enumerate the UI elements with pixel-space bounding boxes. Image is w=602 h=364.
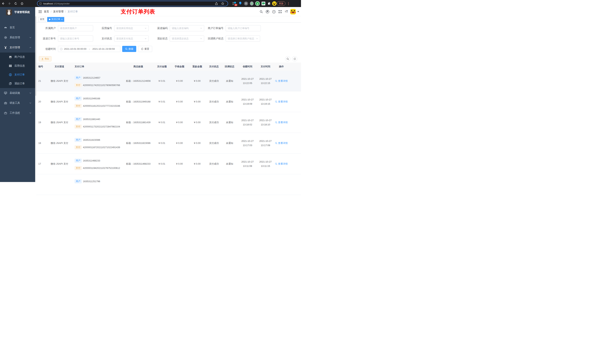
cell-amount — [153, 174, 171, 182]
browser-menu-icon[interactable] — [287, 1, 290, 6]
merchant-order-no: 1635311823086 — [83, 138, 100, 141]
channel-code-select[interactable]: 请输入渠道编码 — [170, 25, 204, 31]
table-row[interactable]: 21 微信 JSAPI 支付 商户1635312124657 支付4200001… — [36, 71, 301, 91]
extension-chat-icon[interactable] — [261, 1, 266, 6]
table-row[interactable]: 18 微信 JSAPI 支付 商户1635311823086 支付4200001… — [36, 133, 301, 154]
view-detail-link[interactable]: 查看详情 — [275, 142, 288, 145]
scrollbar-thumb[interactable] — [35, 16, 36, 96]
dashboard-icon — [4, 26, 7, 29]
app-logo[interactable]: 芋道管理系统 — [0, 7, 35, 17]
sidebar-item-infra[interactable]: 基础设施 — [0, 88, 35, 98]
home-icon[interactable] — [19, 1, 25, 6]
info-icon[interactable] — [39, 2, 42, 5]
font-size-icon[interactable]: TT — [284, 9, 289, 14]
cell-order: 商户1635311949168 支付4200001181202110277723… — [73, 91, 123, 112]
extension-balloon-icon[interactable] — [238, 1, 243, 6]
create-time-range-picker[interactable]: 2021-10-01 00:00:00 - 2021-10-31 23:59:5… — [58, 46, 120, 52]
cell-created: 2021-10-2713:18:02 — [237, 112, 258, 133]
search-icon[interactable] — [259, 9, 264, 14]
col-header: 退款金额 — [188, 65, 206, 68]
pay-tag: 支付 — [75, 145, 82, 149]
tab-pay-order[interactable]: 支付订单 × — [47, 17, 64, 22]
extension-command-icon[interactable]: ⌘ — [243, 1, 249, 6]
table-row[interactable]: 19 微信 JSAPI 支付 商户1635311881440 支付4200001… — [36, 112, 301, 133]
sidebar-item-pay[interactable]: 支付管理 — [0, 42, 35, 52]
main-scrollbar[interactable] — [35, 7, 36, 182]
table-row[interactable]: 20 微信 JSAPI 支付 商户1635311949168 支付4200001… — [36, 91, 301, 112]
yen-circle-icon — [9, 73, 12, 76]
merchant-input[interactable] — [58, 25, 93, 31]
cell-channel — [46, 174, 73, 182]
sidebar-item-merchant-info[interactable]: 商户信息 — [0, 52, 35, 62]
notify-status-select[interactable]: 请选择订单回调商户状态 — [226, 35, 260, 42]
sidebar-item-refund-order[interactable]: 退款订单 — [0, 79, 35, 88]
pay-status-select[interactable]: 请选择支付状态 — [114, 35, 149, 42]
reload-icon[interactable] — [13, 1, 19, 6]
sidebar-item-home[interactable]: 首页 — [0, 22, 35, 32]
sidebar-item-app-info[interactable]: 应用信息 — [0, 62, 35, 70]
extension-vue-devtools-icon[interactable]: y — [255, 1, 260, 6]
table-row-partial[interactable]: 商户1635311251796 — [36, 174, 301, 182]
merchant-order-no-input[interactable] — [226, 25, 261, 31]
extension-clipboard-icon[interactable]: 10 — [232, 1, 237, 6]
refresh-table-icon[interactable] — [292, 56, 297, 62]
address-bar[interactable]: localhost:1024/pay/order — [37, 1, 228, 6]
cell-channel: 微信 JSAPI 支付 — [46, 133, 73, 153]
view-detail-link[interactable]: 查看详情 — [275, 79, 288, 83]
search-button[interactable]: 搜索 — [122, 46, 136, 52]
sidebar-item-label: 退款订单 — [14, 82, 25, 85]
view-detail-link[interactable]: 查看详情 — [275, 162, 288, 166]
extensions-puzzle-icon[interactable] — [267, 1, 272, 6]
help-icon[interactable]: ? — [271, 9, 276, 14]
annotation-title: 支付订单列表 — [121, 8, 163, 16]
user-avatar[interactable] — [290, 9, 296, 14]
sidebar-item-pay-order[interactable]: 支付订单 — [0, 70, 35, 79]
avatar-caret-icon[interactable] — [297, 11, 299, 12]
sidebar-menu: 首页 系统管理 支付管理 商户信息 应用信息 — [0, 22, 35, 118]
refund-status-select[interactable]: 请选择退款状态 — [170, 35, 204, 42]
cell-created: 2021-10-2713:19:09 — [237, 91, 258, 112]
extension-record-icon[interactable] — [249, 1, 254, 6]
field-label: 商户订单编号 — [204, 27, 226, 30]
github-icon[interactable] — [265, 9, 270, 14]
browser-update-button[interactable]: 更新 — [277, 1, 285, 6]
col-header: 回调状态 — [222, 65, 237, 68]
breadcrumb-home[interactable]: 首页 — [44, 10, 49, 13]
tab-close-icon[interactable]: × — [61, 18, 63, 21]
cell-id: 17 — [36, 154, 46, 174]
sidebar-item-workflow[interactable]: 工作流程 — [0, 108, 35, 118]
bookmark-star-icon[interactable] — [220, 1, 226, 6]
breadcrumb: 首页 / 支付管理 / 支付订单 — [44, 10, 78, 13]
breadcrumb-separator: / — [65, 10, 66, 13]
fullscreen-icon[interactable] — [278, 9, 282, 14]
field-label: 渠道编码 — [149, 27, 170, 30]
channel-order-no-input[interactable] — [58, 35, 93, 42]
app-select[interactable]: 请选择应用信息 — [114, 25, 149, 31]
sidebar-collapse-icon[interactable] — [36, 7, 44, 16]
toggle-search-icon[interactable] — [285, 56, 290, 62]
shop-icon — [9, 55, 12, 58]
cell-id: 18 — [36, 133, 46, 153]
magnifier-icon — [275, 121, 277, 124]
cell-refund: ¥ 0.00 — [188, 71, 206, 91]
back-icon[interactable] — [0, 1, 6, 6]
export-button[interactable]: 导出 — [39, 56, 52, 62]
profile-avatar-icon[interactable] — [272, 1, 277, 6]
breadcrumb-pay[interactable]: 支付管理 — [53, 10, 64, 13]
share-icon[interactable] — [213, 1, 220, 6]
tab-home[interactable]: 首页 — [38, 17, 46, 22]
sidebar-item-devtools[interactable]: 研发工具 — [0, 98, 35, 108]
forward-icon[interactable] — [6, 1, 13, 6]
table-row[interactable]: 17 微信 JSAPI 支付 商户1635311468233 支付4200001… — [36, 154, 301, 174]
view-detail-link[interactable]: 查看详情 — [275, 121, 288, 124]
sidebar-item-label: 工作流程 — [10, 111, 29, 115]
merchant-tag: 商户 — [75, 76, 82, 80]
cell-channel: 微信 JSAPI 支付 — [46, 112, 73, 133]
cell-status: 支付成功 — [206, 154, 222, 174]
view-detail-link[interactable]: 查看详情 — [275, 100, 288, 104]
cell-refund: ¥ 0.00 — [188, 112, 206, 133]
sidebar-item-label: 首页 — [10, 26, 32, 29]
extension-badge: 10 — [234, 4, 237, 6]
sidebar-item-system[interactable]: 系统管理 — [0, 32, 35, 42]
reset-button[interactable]: 重置 — [138, 46, 152, 52]
